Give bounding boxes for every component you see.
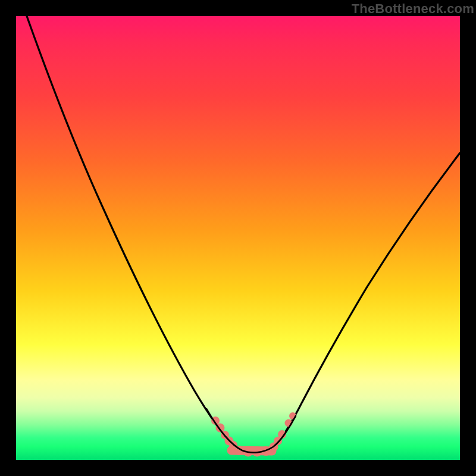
main-curve (27, 16, 460, 453)
watermark-text: TheBottleneck.com (352, 1, 474, 17)
chart-frame: TheBottleneck.com (0, 0, 476, 476)
plot-area (16, 16, 460, 460)
chart-svg (16, 16, 460, 460)
